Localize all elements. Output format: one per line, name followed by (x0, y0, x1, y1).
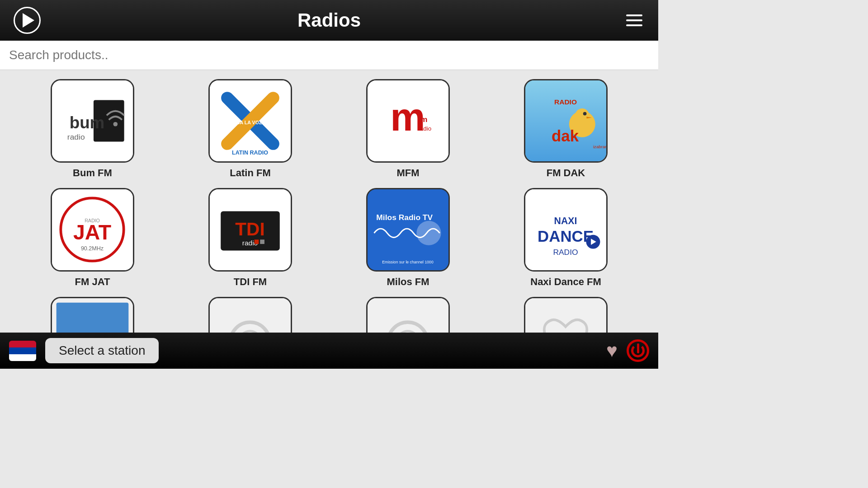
flag-red-stripe (9, 341, 36, 347)
svg-text:radio: radio (418, 125, 431, 132)
svg-point-34 (416, 221, 441, 245)
svg-text:izabrani_sta: izabrani_sta (593, 144, 606, 149)
station-logo-latin-fm: LATIN RADIO PASA LA VOZZ!!! (208, 79, 292, 163)
station-name-bum-fm: Bum FM (73, 167, 112, 179)
station-logo-fm-jat: RADIO JAT 90.2MHz (51, 188, 134, 272)
svg-text:Milos Radio TV: Milos Radio TV (376, 213, 433, 222)
svg-text:TDI: TDI (235, 219, 264, 239)
svg-text:radio: radio (67, 132, 85, 141)
station-logo-mfm: m fm radio (366, 79, 450, 163)
favorites-button[interactable]: ♥ (606, 340, 618, 361)
station-logo-tdi-fm: TDI radio (208, 188, 292, 272)
play-button[interactable] (14, 7, 41, 34)
app-header: Radios (0, 0, 658, 41)
svg-text:PASA LA VOZZ!!!: PASA LA VOZZ!!! (231, 120, 270, 125)
station-logo-milos-fm: Milos Radio TV Emission sur le channel 1… (366, 188, 450, 272)
flag-white-stripe (9, 354, 36, 361)
svg-text:NAXI: NAXI (554, 216, 577, 226)
station-logo-bum-fm: bum radio (51, 79, 134, 163)
search-input[interactable] (9, 48, 649, 62)
station-name-fm-dak: FM DAK (547, 167, 585, 179)
svg-text:Emission sur le channel 1000: Emission sur le channel 1000 (382, 260, 434, 264)
svg-rect-30 (255, 239, 259, 244)
station-logo-naxi-dance-fm: NAXI DANCE RADIO (524, 188, 608, 272)
power-icon-arc (631, 344, 645, 357)
station-card-mfm[interactable]: m fm radio MFM (343, 79, 473, 179)
station-grid: bum radio Bum FM LATIN RADIO PASA LA VOZ… (0, 70, 658, 369)
station-name-milos-fm: Milos FM (387, 276, 429, 288)
station-name-tdi-fm: TDI FM (234, 276, 267, 288)
svg-text:DANCE: DANCE (538, 227, 594, 245)
station-card-bum-fm[interactable]: bum radio Bum FM (27, 79, 158, 179)
svg-point-18 (583, 112, 587, 116)
svg-text:RADIO: RADIO (553, 248, 578, 257)
page-title: Radios (297, 9, 361, 31)
station-logo-fm-dak: RADIO dak izabrani_sta (524, 79, 608, 163)
svg-text:90.2MHz: 90.2MHz (81, 245, 104, 252)
select-station-button[interactable]: Select a station (45, 338, 159, 363)
menu-line-2 (626, 19, 642, 21)
power-button[interactable] (627, 339, 649, 362)
flag-blue-stripe (9, 347, 36, 354)
station-card-fm-jat[interactable]: RADIO JAT 90.2MHz FM JAT (27, 188, 158, 288)
svg-point-4 (113, 122, 118, 127)
svg-text:bum: bum (70, 113, 105, 132)
search-bar (0, 41, 658, 70)
station-card-milos-fm[interactable]: Milos Radio TV Emission sur le channel 1… (343, 188, 473, 288)
menu-button[interactable] (624, 12, 645, 28)
footer-bar: Select a station ♥ (0, 333, 658, 369)
menu-line-1 (626, 14, 642, 16)
station-card-tdi-fm[interactable]: TDI radio TDI FM (185, 188, 316, 288)
station-card-naxi-dance-fm[interactable]: NAXI DANCE RADIO Naxi Dance FM (500, 188, 631, 288)
footer-controls: ♥ (606, 339, 649, 362)
country-flag[interactable] (9, 341, 36, 361)
station-name-latin-fm: Latin FM (230, 167, 270, 179)
svg-rect-31 (260, 239, 264, 244)
svg-text:RADIO: RADIO (554, 98, 577, 106)
station-name-naxi-dance-fm: Naxi Dance FM (530, 276, 601, 288)
svg-text:LATIN RADIO: LATIN RADIO (232, 150, 268, 156)
svg-text:dak: dak (552, 127, 579, 145)
play-icon (23, 13, 34, 28)
station-name-fm-jat: FM JAT (75, 276, 110, 288)
svg-text:fm: fm (418, 115, 427, 124)
svg-text:JAT: JAT (73, 221, 111, 244)
station-name-mfm: MFM (396, 167, 419, 179)
station-card-latin-fm[interactable]: LATIN RADIO PASA LA VOZZ!!! Latin FM (185, 79, 316, 179)
station-card-fm-dak[interactable]: RADIO dak izabrani_sta FM DAK (500, 79, 631, 179)
svg-point-17 (575, 108, 589, 122)
menu-line-3 (626, 24, 642, 26)
